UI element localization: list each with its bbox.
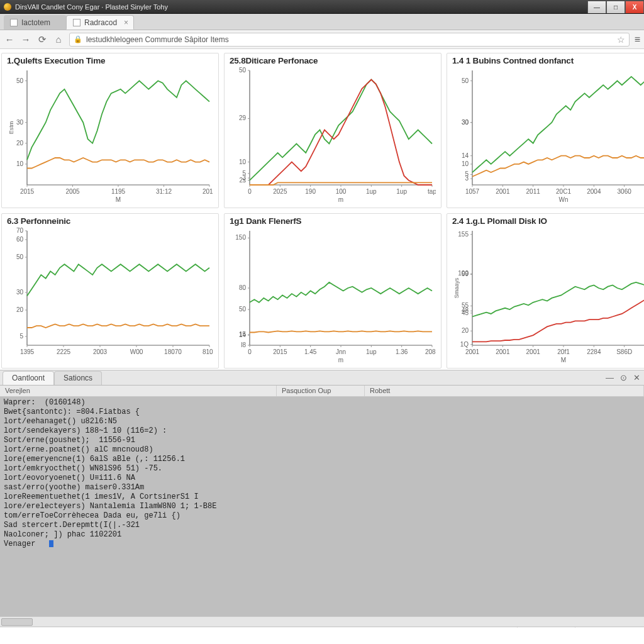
chart-panel: 1.Qulefts Execution Time1020305020152005… <box>1 53 219 208</box>
console-log[interactable]: Waprer: (0160148) Bwet{santontc): =804.F… <box>0 397 644 550</box>
browser-tab-strip: Iactotem Radracod × <box>0 14 644 30</box>
svg-text:50: 50 <box>16 77 24 84</box>
status-cell-right: ABH AwAy ca <box>575 627 638 628</box>
svg-text:10: 10 <box>16 160 24 167</box>
nav-reload-icon[interactable]: ⟳ <box>36 34 48 45</box>
svg-text:Smaays: Smaays <box>453 277 460 298</box>
nav-home-icon[interactable]: ⌂ <box>53 34 64 45</box>
svg-text:50: 50 <box>462 77 469 84</box>
svg-text:2005: 2005 <box>65 188 80 195</box>
svg-text:Estm: Estm <box>8 121 14 135</box>
svg-text:Jnn: Jnn <box>336 348 346 355</box>
svg-text:2004: 2004 <box>587 188 601 195</box>
svg-text:2088: 2088 <box>425 348 436 355</box>
console-close-icon[interactable]: ✕ <box>633 373 640 382</box>
chart-body: 35143050103010572001201120C1200430603071… <box>452 67 644 204</box>
svg-text:M: M <box>561 357 566 364</box>
svg-text:20C1: 20C1 <box>556 188 571 195</box>
column-header[interactable]: Pasquction Oup <box>277 386 365 396</box>
status-bar: Eoptem CDU ABH AwAy ca <box>0 626 644 628</box>
console-minimize-icon[interactable]: — <box>606 373 614 382</box>
svg-text:100: 100 <box>336 188 347 195</box>
svg-text:100: 100 <box>458 270 469 277</box>
cursor-icon <box>49 540 53 547</box>
svg-text:2018: 2018 <box>203 188 213 195</box>
favicon-icon <box>73 19 80 26</box>
star-icon[interactable]: ☆ <box>617 35 625 45</box>
svg-text:2001: 2001 <box>465 348 480 355</box>
svg-text:1.36: 1.36 <box>396 348 408 355</box>
svg-text:15: 15 <box>239 331 247 338</box>
window-titlebar: DirsVAll Candlet Cony Egar · Plasted Sin… <box>0 0 644 14</box>
svg-text:30: 30 <box>462 119 469 126</box>
console-settings-icon[interactable]: ⊙ <box>620 373 627 382</box>
app-logo-icon <box>4 3 11 11</box>
svg-text:10: 10 <box>239 158 247 165</box>
chart-panel: 6.3 Perfonneinic52030705060139522252003W… <box>1 213 219 369</box>
window-maximize-button[interactable]: □ <box>606 1 625 13</box>
svg-text:Wn: Wn <box>559 196 569 203</box>
chart-title: 2.4 1.g.L Plomall Disk IO <box>452 216 644 226</box>
console-panel: Oantloont Sationcs — ⊙ ✕ Verejlen Pasquc… <box>0 370 644 628</box>
chart-panel: 1.4 1 Bubins Contned donfanct35143050103… <box>447 53 644 208</box>
svg-text:l8: l8 <box>241 341 246 348</box>
nav-forward-icon[interactable]: → <box>20 34 31 45</box>
browser-tab-inactive[interactable]: Iactotem <box>4 15 67 30</box>
svg-text:1up: 1up <box>396 188 407 195</box>
svg-text:1057: 1057 <box>465 188 480 195</box>
chart-title: 1g1 Dank FlenerfS <box>230 216 436 226</box>
column-header[interactable]: Robett <box>365 386 644 396</box>
window-close-button[interactable]: X <box>625 1 644 13</box>
svg-text:14: 14 <box>462 152 469 159</box>
svg-text:80: 80 <box>239 284 247 291</box>
browser-toolbar: ← → ⟳ ⌂ 🔒 lestudkhlelogeen Commurde Sâpi… <box>0 30 644 49</box>
svg-text:m: m <box>338 196 343 203</box>
svg-text:155: 155 <box>458 231 469 238</box>
tab-close-icon[interactable]: × <box>124 18 128 27</box>
chart-grid: 1.Qulefts Execution Time1020305020152005… <box>0 49 644 370</box>
svg-text:M: M <box>116 196 121 203</box>
svg-text:2225: 2225 <box>57 348 71 355</box>
window-minimize-button[interactable]: — <box>587 1 606 13</box>
menu-icon[interactable]: ≡ <box>635 34 640 45</box>
svg-text:29: 29 <box>239 114 247 121</box>
svg-text:31:12: 31:12 <box>156 188 172 195</box>
svg-text:190: 190 <box>305 188 316 195</box>
svg-text:2001: 2001 <box>526 348 541 355</box>
horizontal-scrollbar[interactable] <box>0 616 644 626</box>
tab-label: Radracod <box>84 18 117 27</box>
svg-text:50: 50 <box>239 306 247 313</box>
svg-text:1195: 1195 <box>111 188 126 195</box>
console-tab-active[interactable]: Oantloont <box>3 371 54 385</box>
svg-text:20: 20 <box>462 327 469 334</box>
favicon-icon <box>10 19 18 26</box>
svg-text:m: m <box>338 357 343 364</box>
chart-title: 6.3 Perfonneinic <box>7 216 213 226</box>
console-controls: — ⊙ ✕ <box>606 373 640 382</box>
chart-body: l814155080150020151.45Jnn1up1.362088m <box>230 227 436 364</box>
svg-text:2284: 2284 <box>587 348 601 355</box>
svg-text:8101: 8101 <box>203 348 213 355</box>
svg-text:2001: 2001 <box>496 188 510 195</box>
svg-text:0: 0 <box>248 348 252 355</box>
svg-text:50: 50 <box>239 67 247 74</box>
svg-text:10: 10 <box>462 160 469 167</box>
chart-panel: 2.4 1.g.L Plomall Disk IO201Q45485599100… <box>447 213 644 369</box>
chart-title: 1.4 1 Bubins Contned donfanct <box>452 56 644 65</box>
browser-tab-active[interactable]: Radracod × <box>66 15 134 30</box>
window-title: DirsVAll Candlet Cony Egar · Plasted Sin… <box>15 3 168 11</box>
address-bar[interactable]: 🔒 lestudkhlelogeen Commurde Sâpitor Item… <box>69 33 630 47</box>
chart-body: 52030705060139522252003W00180708101 <box>7 227 213 364</box>
console-tab-inactive[interactable]: Sationcs <box>54 371 102 385</box>
svg-text:20: 20 <box>16 140 24 147</box>
nav-back-icon[interactable]: ← <box>4 34 15 45</box>
scrollbar-thumb[interactable] <box>1 618 33 626</box>
svg-text:70: 70 <box>16 227 24 234</box>
chart-title: 25.8Diticare Perfonace <box>230 56 436 65</box>
status-cell-left: Eoptem CDU <box>517 627 571 628</box>
svg-text:30: 30 <box>16 289 24 296</box>
column-header[interactable]: Verejlen <box>0 386 277 396</box>
chart-panel: 25.8Diticare Perfonace35292s105002025190… <box>224 53 441 208</box>
address-text: lestudkhlelogeen Commurde Sâpitor Items <box>86 35 229 44</box>
svg-text:3060: 3060 <box>618 188 632 195</box>
